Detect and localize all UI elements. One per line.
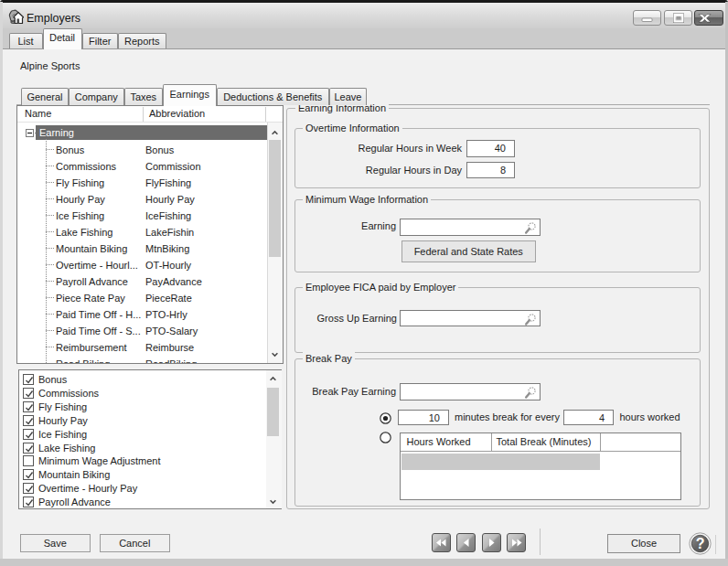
svg-text:?: ? bbox=[696, 536, 705, 551]
